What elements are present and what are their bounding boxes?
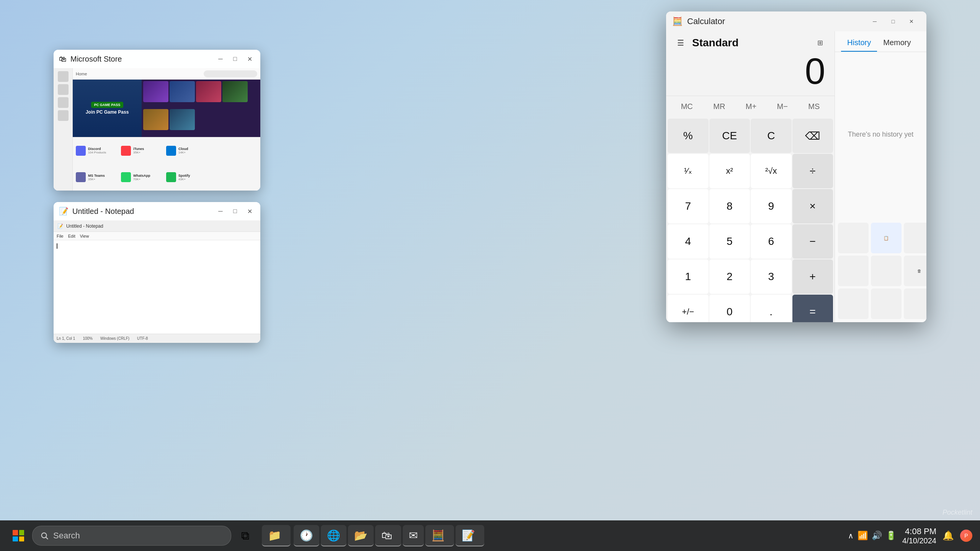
store-hero-left: PC GAME PASS Join PC Game Pass	[73, 80, 142, 137]
taskbar-clock[interactable]: 4:08 PM 4/10/2024	[902, 527, 936, 545]
calc-app-icon: 🧮	[672, 16, 683, 26]
calc-btn-plus[interactable]: +	[792, 259, 833, 294]
store-icon: 🛍	[381, 529, 392, 542]
calc-btn-minus[interactable]: −	[792, 224, 833, 259]
taskbar-app-file-explorer[interactable]: 📁	[262, 525, 291, 546]
calc-btn-0[interactable]: 0	[709, 295, 750, 322]
volume-icon[interactable]: 🔊	[872, 531, 882, 541]
calc-mem-ms[interactable]: MS	[803, 99, 825, 114]
store-app-text: Cloud 14K+	[178, 147, 188, 154]
clip-item[interactable]	[838, 289, 869, 319]
calc-mem-mminus[interactable]: M−	[771, 99, 793, 114]
clip-item[interactable]	[904, 223, 926, 253]
calc-btn-5[interactable]: 5	[709, 224, 750, 259]
calc-btn-8[interactable]: 8	[709, 189, 750, 223]
calc-btn-2[interactable]: 2	[709, 259, 750, 294]
store-app-label: WhatsApp	[133, 174, 150, 178]
current-date: 4/10/2024	[902, 536, 936, 545]
taskbar-search[interactable]: Search	[32, 526, 231, 546]
calc-main: ☰ Standard ⊞ 0 MC MR M+ M− MS %	[666, 31, 835, 322]
start-button[interactable]	[8, 525, 29, 546]
store-app-item: Cloud 14K+	[166, 146, 208, 156]
store-app-label: Cloud	[178, 147, 188, 151]
battery-icon[interactable]: 🔋	[886, 531, 896, 541]
calc-btn-9[interactable]: 9	[751, 189, 792, 223]
switcher-close-btn[interactable]: ✕	[244, 54, 255, 64]
clip-item[interactable]	[904, 289, 926, 319]
calc-title: Calculator	[687, 16, 861, 26]
notepad-minimize-btn[interactable]: ─	[215, 206, 226, 217]
notification-icon[interactable]: 🔔	[942, 530, 954, 541]
wifi-icon[interactable]: 📶	[858, 531, 868, 541]
calc-btn-6[interactable]: 6	[751, 224, 792, 259]
calc-btn-3[interactable]: 3	[751, 259, 792, 294]
calc-buttons-grid: % CE C ⌫ ¹⁄ₓ x² ²√x ÷ 7 8 9 × 4 5	[666, 117, 835, 322]
user-avatar[interactable]: P	[960, 530, 972, 542]
calc-btn-equals[interactable]: =	[792, 295, 833, 322]
taskbar-app-notepad-icon[interactable]: 🕐	[294, 525, 319, 546]
taskbar-app-email[interactable]: ✉	[403, 525, 424, 546]
notepad-menu-edit: Edit	[68, 234, 75, 238]
email-icon: ✉	[409, 529, 418, 542]
calc-mode-icon[interactable]: ⊞	[813, 36, 827, 50]
switcher-minimize-btn[interactable]: ─	[215, 54, 226, 64]
taskbar-app-calculator[interactable]: 🧮	[425, 525, 454, 546]
memory-tab[interactable]: Memory	[877, 34, 917, 52]
clip-item[interactable]	[871, 256, 902, 286]
notepad-status-zoom: 100%	[83, 336, 93, 341]
calc-minimize-btn[interactable]: ─	[866, 15, 884, 28]
notepad-statusbar: Ln 1, Col 1 100% Windows (CRLF) UTF-8	[54, 334, 260, 343]
notepad-close-btn[interactable]: ✕	[244, 206, 255, 217]
calc-btn-reciprocal[interactable]: ¹⁄ₓ	[668, 154, 709, 188]
switcher-card-notepad[interactable]: 📝 Untitled - Notepad ─ □ ✕ 📝 Untitled - …	[54, 202, 260, 343]
calculator-icon: 🧮	[431, 529, 445, 542]
calc-btn-ce[interactable]: CE	[709, 119, 750, 153]
calc-btn-backspace[interactable]: ⌫	[792, 119, 833, 153]
store-apps-row: Discord 104 Products iTunes 35K+	[73, 137, 260, 164]
calc-btn-multiply[interactable]: ×	[792, 189, 833, 223]
taskbar-app-store[interactable]: 🛍	[375, 525, 401, 546]
calc-mem-mr[interactable]: MR	[708, 99, 730, 114]
switcher-card-header-notepad: 📝 Untitled - Notepad ─ □ ✕	[54, 202, 260, 220]
calc-mem-mplus[interactable]: M+	[740, 99, 762, 114]
calc-btn-4[interactable]: 4	[668, 224, 709, 259]
clip-item[interactable]	[871, 289, 902, 319]
discord-icon	[76, 146, 86, 156]
store-sidebar-item	[58, 84, 69, 95]
task-view-btn[interactable]: ⧉	[234, 525, 256, 546]
calc-btn-divide[interactable]: ÷	[792, 154, 833, 188]
notepad-menu-file: File	[57, 234, 64, 238]
clip-item[interactable]: 📋	[871, 223, 902, 253]
switcher-card-store[interactable]: 🛍 Microsoft Store ─ □ ✕ Home	[54, 50, 260, 191]
history-tab[interactable]: History	[841, 34, 877, 52]
switcher-maximize-btn[interactable]: □	[230, 54, 240, 64]
chevron-up-icon[interactable]: ∧	[848, 531, 854, 540]
calc-close-btn[interactable]: ✕	[903, 15, 920, 28]
calc-btn-square[interactable]: x²	[709, 154, 750, 188]
store-app-item: MS Teams 35K+	[76, 172, 118, 182]
calc-btn-decimal[interactable]: .	[751, 295, 792, 322]
calc-btn-7[interactable]: 7	[668, 189, 709, 223]
clip-item[interactable]	[838, 223, 869, 253]
calc-hamburger-btn[interactable]: ☰	[674, 36, 688, 50]
store-app-label: MS Teams	[88, 174, 105, 178]
store-app-sub: 104 Products	[88, 151, 106, 154]
taskbar-app-explorer2[interactable]: 📂	[348, 525, 374, 546]
taskbar: Search ⧉ 📁 🕐 🌐 📂 🛍	[0, 520, 980, 551]
calc-titlebar: 🧮 Calculator ─ □ ✕	[666, 11, 926, 31]
store-apps-row-2: MS Teams 35K+ WhatsApp 70K+	[73, 164, 260, 191]
notepad-maximize-btn[interactable]: □	[230, 206, 240, 217]
clip-item[interactable]	[838, 256, 869, 286]
calc-btn-1[interactable]: 1	[668, 259, 709, 294]
taskbar-app-notepad[interactable]: 📝	[456, 525, 484, 546]
calculator-window: 🧮 Calculator ─ □ ✕ ☰ Standard ⊞ 0 MC	[666, 11, 926, 322]
calc-btn-percent[interactable]: %	[668, 119, 709, 153]
calc-btn-sqrt[interactable]: ²√x	[751, 154, 792, 188]
calc-btn-c[interactable]: C	[751, 119, 792, 153]
window-switcher: 🛍 Microsoft Store ─ □ ✕ Home	[54, 50, 260, 343]
taskbar-app-edge[interactable]: 🌐	[321, 525, 346, 546]
calc-btn-negate[interactable]: +/−	[668, 295, 709, 322]
calc-maximize-btn[interactable]: □	[884, 15, 902, 28]
calc-mem-mc[interactable]: MC	[676, 99, 698, 114]
clip-item[interactable]: 🗑	[904, 256, 926, 286]
